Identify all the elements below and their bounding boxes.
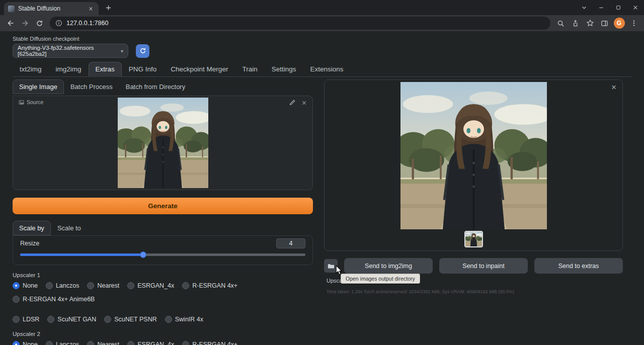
- radio-icon: [13, 316, 20, 323]
- slider-handle[interactable]: [140, 251, 146, 258]
- output-actions: Send to img2img Send to inpaint Send to …: [324, 258, 623, 274]
- checkpoint-dropdown[interactable]: Anything-V3-fp32.safetensors [625a2ba2] …: [13, 44, 128, 58]
- upscaler1-option-scunet-psnr[interactable]: ScuNET PSNR: [104, 316, 157, 323]
- upscaler2-option-nearest[interactable]: Nearest: [87, 341, 119, 345]
- upscaler1-option-scunet-gan[interactable]: ScuNET GAN: [47, 316, 96, 323]
- resize-slider[interactable]: [20, 251, 305, 258]
- resize-panel: Resize 4: [13, 235, 313, 265]
- tab-search-chevron-icon[interactable]: [576, 0, 593, 15]
- main-tab-bar: txt2img img2img Extras PNG Info Checkpoi…: [13, 62, 631, 77]
- source-image-dropzone[interactable]: Source: [13, 96, 313, 190]
- radio-icon: [46, 282, 53, 289]
- radio-checked-icon: [13, 282, 20, 289]
- reload-icon[interactable]: [33, 17, 46, 30]
- result-gallery: ×: [324, 79, 623, 251]
- radio-icon: [87, 282, 94, 289]
- share-icon[interactable]: [569, 17, 582, 30]
- site-info-icon[interactable]: [55, 20, 62, 27]
- radio-icon: [87, 341, 94, 345]
- window-minimize-button[interactable]: [593, 0, 610, 15]
- gallery-thumbnails: [325, 231, 622, 247]
- upscaler1-option-esrgan4x[interactable]: ESRGAN_4x: [127, 282, 174, 289]
- checkpoint-value: Anything-V3-fp32.safetensors [625a2ba2]: [18, 45, 121, 57]
- upscaler2-option-resrgan4x[interactable]: R-ESRGAN 4x+: [182, 341, 237, 345]
- radio-icon: [47, 316, 54, 323]
- radio-icon: [127, 282, 134, 289]
- upscaler1-option-nearest[interactable]: Nearest: [87, 282, 119, 289]
- back-icon[interactable]: [4, 17, 17, 30]
- browser-tab[interactable]: Stable Diffusion: [4, 2, 99, 15]
- folder-icon: [328, 263, 335, 270]
- gallery-thumbnail-selected[interactable]: [464, 231, 483, 247]
- favicon: [8, 6, 15, 12]
- tab-png-info[interactable]: PNG Info: [122, 62, 164, 77]
- upscaler1-option-resrgan4x[interactable]: R-ESRGAN 4x+: [182, 282, 237, 289]
- checkpoint-label: Stable Diffusion checkpoint: [13, 36, 644, 42]
- browser-tab-title: Stable Diffusion: [18, 5, 83, 12]
- source-label: Source: [27, 99, 43, 105]
- radio-icon: [182, 282, 189, 289]
- upscaler1-option-lanczos[interactable]: Lanczos: [46, 282, 79, 289]
- upscaler1-option-resrgan-anime6b[interactable]: R-ESRGAN 4x+ Anime6B: [13, 296, 95, 303]
- upscaler1-option-none[interactable]: None: [13, 282, 38, 289]
- upscaler1-option-swinir4x[interactable]: SwinIR 4x: [165, 316, 203, 323]
- subtab-batch-from-directory[interactable]: Batch from Directory: [119, 79, 192, 94]
- upscaler1-option-ldsr[interactable]: LDSR: [13, 316, 39, 323]
- tab-extensions[interactable]: Extensions: [303, 62, 350, 77]
- tab-txt2img[interactable]: txt2img: [13, 62, 49, 77]
- zoom-icon[interactable]: [554, 17, 568, 30]
- radio-icon: [104, 316, 111, 323]
- tab-checkpoint-merger[interactable]: Checkpoint Merger: [164, 62, 235, 77]
- tab-extras[interactable]: Extras: [89, 62, 122, 77]
- tab-settings[interactable]: Settings: [265, 62, 303, 77]
- browser-menu-icon[interactable]: [627, 17, 640, 30]
- side-panel-icon[interactable]: [598, 17, 611, 30]
- generate-button[interactable]: Generate: [13, 198, 313, 214]
- tab-train[interactable]: Train: [235, 62, 264, 77]
- slider-fill: [20, 253, 143, 256]
- subtab-batch-process[interactable]: Batch Process: [64, 79, 119, 94]
- resize-label: Resize: [20, 240, 39, 247]
- address-bar[interactable]: 127.0.0.1:7860: [50, 17, 550, 30]
- tab-close-icon[interactable]: [87, 5, 95, 13]
- url-text: 127.0.0.1:7860: [66, 20, 108, 27]
- edit-pencil-icon[interactable]: [289, 99, 296, 106]
- scale-mode-tabs: Scale by Scale to: [13, 221, 313, 235]
- tab-img2img[interactable]: img2img: [49, 62, 89, 77]
- clear-image-icon[interactable]: [301, 100, 307, 106]
- browser-tab-strip: Stable Diffusion: [0, 0, 644, 15]
- send-to-img2img-button[interactable]: Send to img2img: [344, 258, 433, 274]
- extras-sub-tabs: Single Image Batch Process Batch from Di…: [13, 79, 313, 94]
- radio-icon: [182, 341, 189, 345]
- radio-checked-icon: [13, 341, 20, 345]
- image-icon: [19, 100, 24, 105]
- window-maximize-button[interactable]: [610, 0, 627, 15]
- resize-number-input[interactable]: 4: [276, 238, 305, 248]
- profile-avatar[interactable]: G: [612, 17, 626, 30]
- refresh-checkpoint-button[interactable]: [136, 44, 149, 58]
- send-to-inpaint-button[interactable]: Send to inpaint: [439, 258, 528, 274]
- gallery-close-icon[interactable]: ×: [611, 83, 616, 92]
- radio-icon: [165, 316, 172, 323]
- bookmark-star-icon[interactable]: [583, 17, 597, 30]
- source-image: [118, 98, 208, 188]
- upscaler2-option-lanczos[interactable]: Lanczos: [46, 341, 79, 345]
- upscaler1-label: Upscaler 1: [13, 272, 313, 278]
- forward-icon[interactable]: [18, 17, 32, 30]
- result-image[interactable]: [400, 82, 547, 229]
- upscaler2-option-none[interactable]: None: [13, 341, 38, 345]
- upscaler2-option-esrgan4x[interactable]: ESRGAN_4x: [127, 341, 174, 345]
- thumbnail-image: [465, 232, 482, 246]
- radio-icon: [13, 296, 20, 303]
- new-tab-button[interactable]: [102, 1, 115, 14]
- radio-icon: [46, 341, 53, 345]
- subtab-single-image[interactable]: Single Image: [13, 79, 64, 94]
- quicksettings: Stable Diffusion checkpoint Anything-V3-…: [0, 31, 644, 58]
- mouse-cursor: [336, 265, 342, 277]
- performance-info-text: Time taken: 1.29s Torch active/reserved:…: [327, 289, 623, 294]
- browser-navbar: 127.0.0.1:7860 G: [0, 15, 644, 31]
- send-to-extras-button[interactable]: Send to extras: [534, 258, 623, 274]
- tab-scale-to[interactable]: Scale to: [51, 221, 88, 235]
- window-close-button[interactable]: [627, 0, 644, 15]
- tab-scale-by[interactable]: Scale by: [13, 221, 51, 235]
